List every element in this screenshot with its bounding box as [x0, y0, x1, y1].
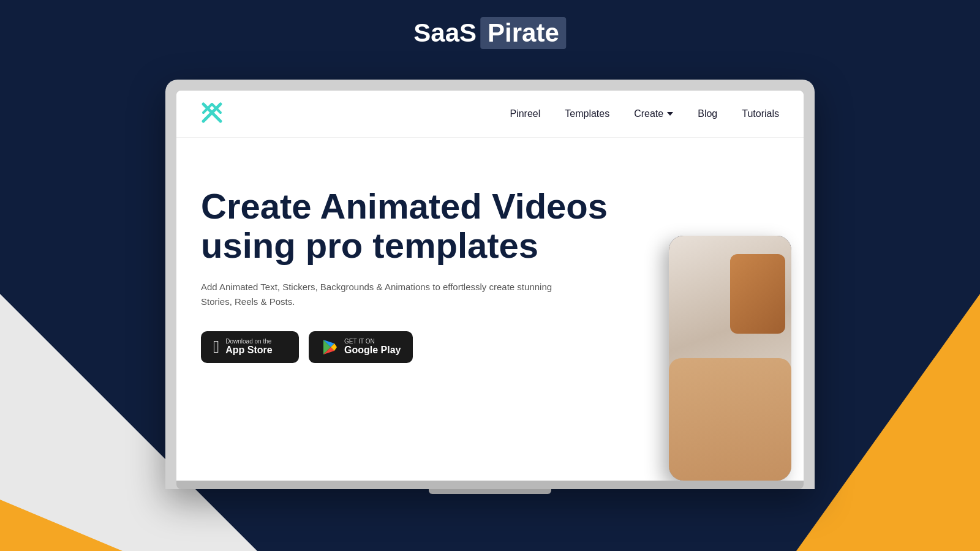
laptop-outer: Pinreel Templates Create Blog Tutorials … — [165, 80, 815, 489]
nav-link-blog[interactable]: Blog — [698, 108, 717, 119]
phone-mockup — [669, 236, 791, 481]
google-play-button[interactable]: GET IT ON Google Play — [309, 331, 413, 363]
nav-link-templates[interactable]: Templates — [565, 108, 609, 119]
site-title: SaaS Pirate — [413, 17, 566, 49]
cta-buttons:  Download on the App Store — [201, 331, 617, 363]
nav-link-tutorials[interactable]: Tutorials — [742, 108, 779, 119]
navigation: Pinreel Templates Create Blog Tutorials — [176, 91, 804, 138]
app-store-small-text: Download on the — [225, 338, 272, 345]
hero-image — [608, 217, 804, 481]
laptop-mockup: Pinreel Templates Create Blog Tutorials … — [165, 80, 815, 489]
hero-title: Create Animated Videos using pro templat… — [201, 187, 617, 265]
hero-section: Create Animated Videos using pro templat… — [176, 138, 804, 481]
site-title-saas: SaaS — [413, 18, 477, 48]
google-play-big-text: Google Play — [344, 345, 401, 356]
google-play-small-text: GET IT ON — [344, 338, 401, 345]
laptop-base — [176, 481, 804, 489]
hero-content: Create Animated Videos using pro templat… — [201, 174, 617, 456]
nav-links: Pinreel Templates Create Blog Tutorials — [510, 108, 779, 119]
nav-link-create[interactable]: Create — [634, 108, 673, 119]
laptop-screen: Pinreel Templates Create Blog Tutorials … — [176, 91, 804, 481]
pinreel-logo-icon — [201, 102, 223, 124]
hero-subtitle: Add Animated Text, Stickers, Backgrounds… — [201, 280, 556, 309]
apple-icon:  — [213, 337, 219, 357]
site-title-pirate: Pirate — [480, 17, 567, 49]
nav-link-pinreel[interactable]: Pinreel — [510, 108, 540, 119]
phone-hand-element — [669, 358, 791, 481]
phone-card-element — [730, 254, 785, 334]
app-store-big-text: App Store — [225, 345, 272, 356]
chevron-down-icon — [667, 112, 673, 116]
app-store-button[interactable]:  Download on the App Store — [201, 331, 299, 363]
google-play-text: GET IT ON Google Play — [344, 338, 401, 356]
phone-screen — [669, 236, 791, 481]
nav-link-create-label: Create — [634, 108, 663, 119]
google-play-icon — [321, 339, 338, 356]
nav-logo[interactable] — [201, 102, 223, 126]
app-store-text: Download on the App Store — [225, 338, 272, 356]
